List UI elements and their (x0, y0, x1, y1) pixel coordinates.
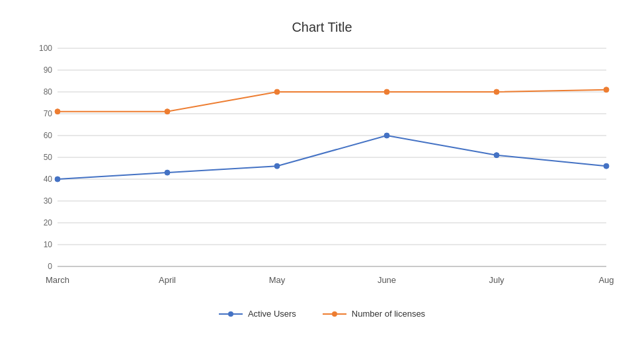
svg-point-34 (55, 109, 60, 114)
svg-point-30 (274, 163, 280, 169)
svg-point-33 (604, 163, 609, 169)
svg-point-36 (274, 89, 280, 95)
svg-text:100: 100 (39, 44, 52, 53)
svg-point-38 (494, 89, 499, 95)
svg-text:30: 30 (44, 196, 53, 206)
svg-text:10: 10 (44, 240, 53, 249)
svg-point-35 (165, 109, 170, 114)
legend-item-licenses: Number of licenses (323, 309, 425, 319)
svg-text:20: 20 (44, 218, 53, 227)
svg-point-44 (332, 311, 337, 317)
svg-text:60: 60 (44, 131, 53, 140)
svg-text:50: 50 (44, 153, 53, 162)
legend-line-active-users (219, 310, 243, 318)
svg-text:March: March (46, 275, 69, 285)
legend-label-licenses: Number of licenses (352, 309, 425, 319)
chart-title: Chart Title (18, 13, 626, 35)
svg-point-29 (165, 170, 170, 175)
svg-text:40: 40 (44, 175, 53, 184)
svg-text:0: 0 (48, 262, 52, 271)
svg-text:June: June (378, 275, 396, 285)
chart-legend: Active Users Number of licenses (18, 309, 626, 319)
svg-point-39 (604, 87, 609, 93)
svg-text:80: 80 (44, 87, 53, 97)
legend-line-licenses (323, 310, 346, 318)
svg-text:April: April (159, 275, 176, 285)
chart-container: Chart Title 1009080706050403020100MarchA… (18, 13, 626, 344)
svg-point-28 (55, 177, 60, 182)
svg-point-37 (384, 89, 389, 95)
svg-text:90: 90 (44, 65, 53, 75)
chart-area: 1009080706050403020100MarchAprilMayJuneJ… (18, 42, 626, 299)
svg-text:May: May (269, 275, 286, 285)
svg-text:70: 70 (44, 109, 53, 118)
svg-text:July: July (489, 275, 504, 285)
legend-item-active-users: Active Users (219, 309, 296, 319)
svg-point-32 (494, 153, 499, 158)
svg-text:Aug: Aug (598, 275, 614, 285)
svg-point-31 (384, 133, 389, 138)
legend-label-active-users: Active Users (248, 309, 296, 319)
chart-svg: 1009080706050403020100MarchAprilMayJuneJ… (18, 42, 626, 299)
svg-point-42 (228, 311, 233, 317)
